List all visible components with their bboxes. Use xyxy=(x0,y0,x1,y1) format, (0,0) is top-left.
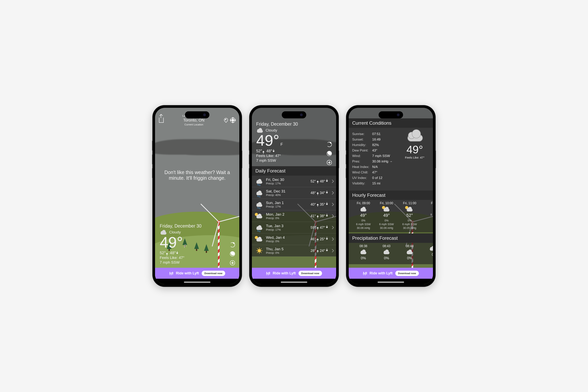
condition-row: UV Index:0 of 12 xyxy=(352,176,396,180)
current-conditions-header: Current Conditions xyxy=(349,118,433,128)
ad-cta-button[interactable]: Download now xyxy=(202,271,225,276)
hour-wind: 6 mph SSW xyxy=(398,222,421,226)
chevron-right-icon xyxy=(331,191,334,195)
precip-time: 08:43 xyxy=(375,244,398,248)
precip-forecast-header: Precipitation Forecast xyxy=(349,234,433,243)
hour-temp: 49° xyxy=(375,213,398,218)
cloud-rain-icon xyxy=(256,179,263,184)
daily-row[interactable]: Fri, Dec 30 Precip: 17% 52°48° xyxy=(252,176,336,187)
refresh-icon[interactable] xyxy=(230,242,235,247)
sun-cloud-icon xyxy=(383,207,390,212)
feels-like: Feels Like: 47° xyxy=(160,256,234,260)
daily-range: 48°34° xyxy=(311,191,329,195)
temp-range: 52° 48° xyxy=(160,251,234,255)
chevron-right-icon xyxy=(331,214,334,218)
daily-precip: Precip: 40% xyxy=(266,194,308,196)
precip-pct: 0% xyxy=(375,256,398,260)
precip-time: 08:38 xyxy=(352,244,375,248)
location-pin-icon[interactable] xyxy=(224,118,227,122)
ad-brand: lyft xyxy=(169,271,173,276)
ad-banner[interactable]: lyft Ride with Lyft Download now xyxy=(155,268,239,279)
settings-gear-icon[interactable] xyxy=(230,118,236,123)
hour-wind: 6 mph SSW xyxy=(352,222,375,226)
wind-label: 7 mph SSW xyxy=(256,158,332,163)
condition-row: Heat Index:N/A xyxy=(352,165,396,169)
hour-pressure: 30.06 inHg xyxy=(375,226,398,230)
arrow-down-icon xyxy=(176,253,178,254)
hour-column[interactable]: Fri 8 m xyxy=(421,202,433,230)
hour-column[interactable]: Fri, 09:00 49° 0% 6 mph SSW 30.06 inHg xyxy=(352,202,375,230)
feels-like: Feels Like: 47° xyxy=(256,154,332,158)
precip-pct: 0 xyxy=(421,253,433,257)
moon-phase-icon[interactable] xyxy=(230,251,235,256)
daily-precip: Precip: 0% xyxy=(266,240,308,243)
daily-precip: Precip: 0% xyxy=(266,216,308,220)
daily-day: Fri, Dec 30 xyxy=(266,178,308,182)
sun-cloud-icon xyxy=(256,214,263,218)
condition-row: Sunrise:07:51 xyxy=(352,132,396,136)
daily-range: 41°38° xyxy=(311,214,329,218)
add-location-icon[interactable] xyxy=(327,160,332,165)
hour-wind: 8 m xyxy=(421,213,433,216)
hour-label: Fri, 11:00 xyxy=(398,202,421,205)
daily-precip: Precip: 17% xyxy=(266,182,308,185)
chevron-right-icon xyxy=(331,203,334,206)
precip-column[interactable]: 08:38 0% xyxy=(352,244,375,260)
ad-cta-button[interactable]: Download now xyxy=(395,271,419,276)
hour-temp: 52° xyxy=(398,213,421,218)
cloud-icon xyxy=(360,207,367,212)
hour-precip: 0% xyxy=(375,219,398,222)
arrow-up-icon xyxy=(166,253,168,254)
hourly-forecast-header: Hourly Forecast xyxy=(349,190,433,200)
sun-cloud-icon xyxy=(256,237,263,242)
daily-range: 52°48° xyxy=(311,179,329,184)
add-location-icon[interactable] xyxy=(230,260,235,266)
phone-conditions: Current Conditions Sunrise:07:51 Sunset:… xyxy=(346,106,435,286)
precip-column[interactable]: 0 xyxy=(421,244,433,260)
daily-row[interactable]: Sun, Jan 1 Precip: 17% 40°35° xyxy=(252,199,336,210)
refresh-icon[interactable] xyxy=(327,142,332,147)
precip-pct: 0% xyxy=(352,256,375,260)
cloud-rain-icon xyxy=(256,202,263,207)
precip-column[interactable]: 08:48 0% xyxy=(398,244,421,260)
ad-banner[interactable]: lyft Ride with Lyft Download now xyxy=(252,268,336,279)
cloud-icon xyxy=(160,230,167,234)
daily-forecast-header: Daily Forecast xyxy=(252,166,336,176)
precip-column[interactable]: 08:43 0% xyxy=(375,244,398,260)
condition-row: Dew Point:43° xyxy=(352,148,396,152)
temp-range: 52° 48° xyxy=(256,149,332,153)
hour-column[interactable]: Fri, 11:00 52° 0% 6 mph SSW 30.05 inHg xyxy=(398,202,421,230)
precip-pct: 0% xyxy=(398,256,421,260)
daily-row[interactable]: Tue, Jan 3 Precip: 17% 59°47° xyxy=(252,222,336,234)
condition-row: Wind:7 mph SSW xyxy=(352,154,396,158)
current-date: Friday, December 30 xyxy=(256,122,332,127)
precip-forecast-list[interactable]: 08:38 0% 08:43 0% 08:48 0% 0 xyxy=(349,243,433,264)
temp-unit: F xyxy=(280,142,283,146)
daily-precip: Precip: 17% xyxy=(266,228,308,231)
hourly-forecast-list[interactable]: Fri, 09:00 49° 0% 6 mph SSW 30.06 inHg F… xyxy=(349,200,433,232)
ad-cta-button[interactable]: Download now xyxy=(298,271,322,276)
daily-row[interactable]: Mon, Jan 2 Precip: 0% 41°38° xyxy=(252,210,336,222)
chevron-right-icon xyxy=(331,238,334,241)
phone-daily: Friday, December 30 Cloudy 49° F 52° 48°… xyxy=(250,106,338,286)
conditions-summary: 49° Feels Like: 47° xyxy=(400,130,430,187)
daily-row[interactable]: Sat, Dec 31 Precip: 40% 48°34° xyxy=(252,187,336,199)
ad-banner[interactable]: lyft Ride with Lyft Download now xyxy=(349,268,433,279)
moon-phase-icon[interactable] xyxy=(327,151,332,156)
daily-forecast-list[interactable]: Fri, Dec 30 Precip: 17% 52°48° Sat, Dec … xyxy=(252,176,336,268)
share-icon[interactable] xyxy=(159,118,164,123)
condition-row: Humidity:82% xyxy=(352,143,396,147)
wind-label: 7 mph SSW xyxy=(160,260,234,264)
current-date: Friday, December 30 xyxy=(160,224,234,229)
hour-column[interactable]: Fri, 10:00 49° 0% 6 mph SSW 30.06 inHg xyxy=(375,202,398,230)
daily-row[interactable]: Thu, Jan 5 Precip: 0% 28°24° xyxy=(252,245,336,256)
daily-row[interactable]: Wed, Jan 4 Precip: 0% 46°25° xyxy=(252,234,336,245)
temp-unit: F xyxy=(184,244,186,248)
cloud-icon xyxy=(360,250,367,254)
daily-day: Thu, Jan 5 xyxy=(266,247,308,251)
cloud-icon xyxy=(256,128,264,133)
daily-range: 40°35° xyxy=(311,202,329,206)
hour-label: Fri, 10:00 xyxy=(375,202,398,205)
hour-wind: 6 mph SSW xyxy=(375,222,398,226)
chevron-right-icon xyxy=(331,180,334,183)
